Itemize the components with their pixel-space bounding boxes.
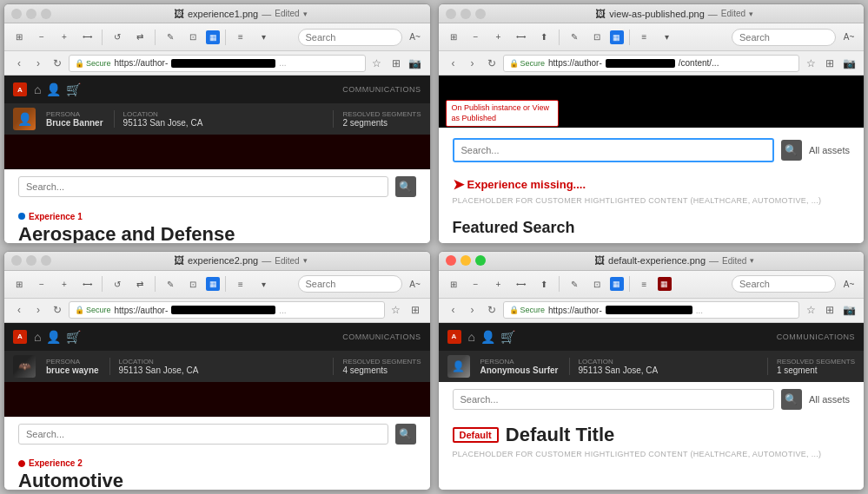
crop-btn[interactable]: ⊡ <box>183 28 202 47</box>
list-btn[interactable]: ▾ <box>254 28 273 47</box>
share-btn[interactable]: ⬆ <box>534 28 553 47</box>
search-input[interactable] <box>453 389 774 410</box>
refresh-btn[interactable]: ↻ <box>50 302 65 318</box>
list-btn[interactable]: ▾ <box>254 274 273 293</box>
maximize-button[interactable] <box>475 9 486 19</box>
zoom-fit-btn[interactable]: ⟷ <box>77 28 96 47</box>
settings-btn[interactable]: A~ <box>406 28 425 47</box>
zoom-out-btn[interactable]: − <box>32 28 51 47</box>
rotate-btn[interactable]: ↺ <box>108 28 127 47</box>
back-btn[interactable]: ‹ <box>11 302 27 318</box>
search-input[interactable] <box>453 138 774 162</box>
layout-btn[interactable]: ≡ <box>231 274 250 293</box>
minimize-button[interactable] <box>26 9 36 19</box>
zoom-in-btn[interactable]: + <box>489 274 508 293</box>
grid-btn[interactable]: ⊞ <box>822 56 838 71</box>
grid-btn[interactable]: ⊞ <box>407 302 423 318</box>
bookmark-btn[interactable]: ☆ <box>388 302 404 318</box>
toolbar-search-input[interactable] <box>298 275 402 293</box>
flip-btn[interactable]: ⇄ <box>130 274 149 293</box>
forward-btn[interactable]: › <box>465 56 480 71</box>
maximize-button[interactable] <box>41 9 51 19</box>
share-btn[interactable]: ⬆ <box>534 274 553 293</box>
search-input[interactable] <box>18 176 388 197</box>
address-input[interactable]: 🔒 Secure https://author- /content/... <box>503 55 800 72</box>
grid-view-btn[interactable]: ⊞ <box>10 28 29 47</box>
zoom-fit-btn[interactable]: ⟷ <box>512 28 531 47</box>
settings-btn[interactable]: A~ <box>839 274 858 293</box>
grid-btn[interactable]: ⊞ <box>822 302 838 318</box>
pencil-btn[interactable]: ✎ <box>565 28 584 47</box>
close-button[interactable] <box>11 255 22 266</box>
grid-view-btn[interactable]: ⊞ <box>444 28 463 47</box>
cart-icon[interactable]: 🛒 <box>66 330 81 344</box>
crop-btn[interactable]: ⊡ <box>587 28 606 47</box>
refresh-btn[interactable]: ↻ <box>484 56 500 71</box>
pencil-btn[interactable]: ✎ <box>565 274 584 293</box>
address-input[interactable]: 🔒 Secure https://author- ... <box>69 55 366 72</box>
back-btn[interactable]: ‹ <box>446 302 461 318</box>
address-input[interactable]: 🔒 Secure https://author- ... <box>503 301 800 319</box>
person-icon[interactable]: 👤 <box>46 330 61 344</box>
forward-btn[interactable]: › <box>465 302 480 318</box>
home-icon[interactable]: ⌂ <box>468 330 475 344</box>
person-icon[interactable]: 👤 <box>480 330 495 344</box>
bookmark-btn[interactable]: ☆ <box>803 302 818 318</box>
back-btn[interactable]: ‹ <box>446 56 461 71</box>
zoom-in-btn[interactable]: + <box>489 28 508 47</box>
forward-btn[interactable]: › <box>30 302 46 318</box>
settings-btn[interactable]: A~ <box>839 28 858 47</box>
minimize-button[interactable] <box>461 9 471 19</box>
camera-btn[interactable]: 📷 <box>407 56 423 71</box>
refresh-btn[interactable]: ↻ <box>484 302 500 318</box>
toolbar-search-input[interactable] <box>732 29 836 46</box>
settings-btn[interactable]: A~ <box>406 274 425 293</box>
maximize-button[interactable] <box>41 255 51 266</box>
pencil-btn[interactable]: ✎ <box>161 274 180 293</box>
cart-icon[interactable]: 🛒 <box>66 82 81 96</box>
minimize-button[interactable] <box>26 255 36 266</box>
flip-btn[interactable]: ⇄ <box>130 28 149 47</box>
search-button[interactable]: 🔍 <box>781 389 802 410</box>
home-icon[interactable]: ⌂ <box>34 330 41 344</box>
layout-btn[interactable]: ≡ <box>231 28 250 47</box>
zoom-out-btn[interactable]: − <box>467 274 486 293</box>
zoom-fit-btn[interactable]: ⟷ <box>77 274 96 293</box>
search-button[interactable]: 🔍 <box>781 140 802 161</box>
grid-view-btn[interactable]: ⊞ <box>10 274 29 293</box>
pencil-btn[interactable]: ✎ <box>161 28 180 47</box>
close-button[interactable] <box>446 255 456 266</box>
home-icon[interactable]: ⌂ <box>34 82 41 96</box>
grid-btn[interactable]: ⊞ <box>388 56 404 71</box>
list-btn[interactable]: ▾ <box>658 28 677 47</box>
close-button[interactable] <box>446 9 456 19</box>
back-btn[interactable]: ‹ <box>11 56 27 71</box>
refresh-btn[interactable]: ↻ <box>50 56 65 71</box>
address-input[interactable]: 🔒 Secure https://author- ... <box>69 301 385 319</box>
crop-btn[interactable]: ⊡ <box>183 274 202 293</box>
close-button[interactable] <box>11 9 22 19</box>
zoom-out-btn[interactable]: − <box>467 28 486 47</box>
bookmark-btn[interactable]: ☆ <box>803 56 818 71</box>
camera-btn[interactable]: 📷 <box>841 302 857 318</box>
layout-btn[interactable]: ≡ <box>635 28 654 47</box>
cart-icon[interactable]: 🛒 <box>500 330 515 344</box>
forward-btn[interactable]: › <box>30 56 46 71</box>
person-icon[interactable]: 👤 <box>46 82 61 96</box>
search-button[interactable]: 🔍 <box>395 176 416 197</box>
toolbar-search-input[interactable] <box>732 275 836 293</box>
rotate-btn[interactable]: ↺ <box>108 274 127 293</box>
zoom-in-btn[interactable]: + <box>55 274 74 293</box>
maximize-button[interactable] <box>475 255 486 266</box>
grid-view-btn[interactable]: ⊞ <box>444 274 463 293</box>
crop-btn[interactable]: ⊡ <box>587 274 606 293</box>
zoom-in-btn[interactable]: + <box>55 28 74 47</box>
toolbar-search-input[interactable] <box>298 29 402 46</box>
bookmark-btn[interactable]: ☆ <box>369 56 385 71</box>
zoom-out-btn[interactable]: − <box>32 274 51 293</box>
zoom-fit-btn[interactable]: ⟷ <box>512 274 531 293</box>
layout-btn[interactable]: ≡ <box>635 274 654 293</box>
search-input[interactable] <box>18 424 388 445</box>
camera-btn[interactable]: 📷 <box>841 56 857 71</box>
minimize-button[interactable] <box>461 255 471 266</box>
